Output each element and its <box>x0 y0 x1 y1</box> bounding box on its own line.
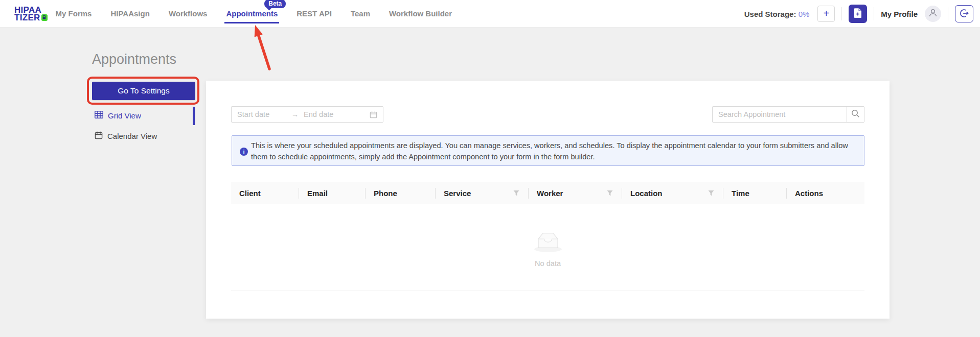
header-right-controls: Used Storage: 0% + My Profile <box>744 0 973 28</box>
column-header-location: Location <box>622 182 723 204</box>
grid-icon <box>95 111 103 120</box>
column-header-worker: Worker <box>529 182 622 204</box>
info-banner: i This is where your scheduled appointme… <box>232 135 864 166</box>
nav-item-hipaasign[interactable]: HIPAAsign <box>110 0 149 28</box>
column-header-time: Time <box>723 182 787 204</box>
empty-table-body: No data <box>231 204 864 291</box>
search-icon <box>851 109 860 119</box>
column-header-label: Location <box>630 189 663 198</box>
date-range-picker[interactable]: → <box>231 106 383 123</box>
annotation-arrow <box>240 20 286 77</box>
calendar-suffix-icon[interactable] <box>370 111 377 118</box>
end-date-input[interactable] <box>304 110 357 118</box>
my-profile-link[interactable]: My Profile <box>881 10 918 18</box>
column-header-service: Service <box>436 182 529 204</box>
avatar[interactable] <box>925 6 941 22</box>
info-icon: i <box>240 148 248 156</box>
active-view-indicator <box>193 107 195 125</box>
plus-icon: + <box>823 8 829 18</box>
filter-icon[interactable] <box>607 190 613 196</box>
sidebar-item-label: Calendar View <box>107 132 157 140</box>
main-nav: My Forms HIPAAsign Workflows Appointment… <box>56 0 471 28</box>
add-button[interactable]: + <box>817 6 835 22</box>
beta-badge: Beta <box>264 0 286 8</box>
logout-icon <box>960 9 969 19</box>
nav-item-my-forms[interactable]: My Forms <box>56 0 92 28</box>
arrow-right-icon: → <box>291 110 299 118</box>
page-title: Appointments <box>92 52 176 67</box>
sidebar-item-calendar-view[interactable]: Calendar View <box>95 127 195 145</box>
nav-item-appointments-label: Appointments <box>226 9 278 18</box>
hipaatizer-logo[interactable]: HIPAA TIZER <box>14 6 48 21</box>
column-header-label: Worker <box>537 189 563 198</box>
filter-icon[interactable] <box>513 190 519 196</box>
start-date-input[interactable] <box>237 110 290 118</box>
filter-icon[interactable] <box>708 190 714 196</box>
search-button[interactable] <box>847 107 864 122</box>
column-header-phone: Phone <box>366 182 436 204</box>
no-data-label: No data <box>535 259 561 268</box>
divider <box>948 7 948 20</box>
table-header-row: Client Email Phone Service Worker Locati… <box>231 182 864 204</box>
nav-item-workflow-builder[interactable]: Workflow Builder <box>389 0 452 28</box>
column-header-actions: Actions <box>787 182 864 204</box>
go-to-settings-button[interactable]: Go To Settings <box>92 82 195 100</box>
column-header-email: Email <box>299 182 366 204</box>
search-input[interactable] <box>713 107 847 122</box>
nav-item-team[interactable]: Team <box>351 0 370 28</box>
top-nav-bar: HIPAA TIZER My Forms HIPAAsign Workflows… <box>0 0 980 28</box>
search-appointment-box <box>712 106 864 123</box>
appointments-page: HIPAA TIZER My Forms HIPAAsign Workflows… <box>0 0 980 337</box>
nav-item-workflows[interactable]: Workflows <box>169 0 208 28</box>
info-banner-text: This is where your scheduled appointment… <box>251 140 856 162</box>
user-icon <box>928 8 938 20</box>
nav-item-rest-api[interactable]: REST API <box>297 0 332 28</box>
empty-inbox-icon <box>532 230 564 255</box>
sidebar-item-label: Grid View <box>108 111 141 120</box>
column-header-label: Service <box>444 189 471 198</box>
new-form-button[interactable] <box>849 5 867 23</box>
used-storage-value: 0% <box>799 10 810 18</box>
divider <box>874 7 874 20</box>
logo-line2: TIZER <box>14 14 40 21</box>
file-plus-icon <box>853 8 863 20</box>
appointments-panel: → i This is where your scheduled appoint… <box>206 81 890 319</box>
divider <box>841 7 842 20</box>
column-header-client: Client <box>231 182 299 204</box>
used-storage-label: Used Storage: <box>744 10 796 18</box>
nav-item-appointments[interactable]: Appointments Beta <box>226 0 278 28</box>
sidebar-item-grid-view[interactable]: Grid View <box>95 106 195 125</box>
logout-button[interactable] <box>955 5 973 22</box>
lock-icon <box>41 14 48 21</box>
used-storage: Used Storage: 0% <box>744 10 810 18</box>
view-sidebar: Grid View Calendar View <box>95 106 195 147</box>
calendar-icon <box>95 131 103 141</box>
